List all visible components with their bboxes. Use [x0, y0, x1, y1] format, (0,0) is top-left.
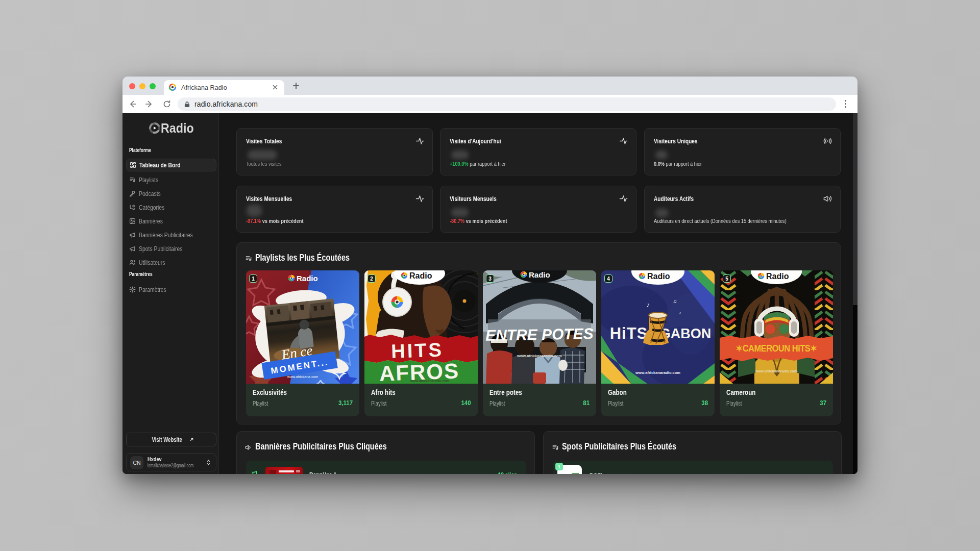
svg-text:✶CAMEROUN HiTS✶: ✶CAMEROUN HiTS✶: [736, 344, 817, 354]
svg-text:Radio: Radio: [766, 272, 789, 281]
svg-text:Radio: Radio: [297, 274, 318, 283]
svg-text:Radio: Radio: [647, 272, 670, 281]
svg-text:www.africkanaradio.com: www.africkanaradio.com: [410, 379, 449, 383]
svg-text:Radio: Radio: [409, 271, 432, 280]
svg-text:ENTRE POTES: ENTRE POTES: [485, 325, 594, 344]
svg-text:HITS: HITS: [391, 339, 444, 362]
svg-text:♪: ♪: [679, 310, 681, 315]
svg-text:Radio: Radio: [529, 270, 550, 279]
svg-text:HiTS: HiTS: [610, 324, 648, 342]
svg-text:♫: ♫: [673, 298, 677, 304]
svg-text:www.africkanaradio.com: www.africkanaradio.com: [755, 369, 797, 373]
svg-text:www.africkanaradio.com: www.africkanaradio.com: [635, 370, 680, 375]
svg-text:www.africkana.com: www.africkana.com: [287, 375, 318, 379]
svg-text:♪: ♪: [646, 300, 650, 309]
svg-text:www.africkanaradio.com: www.africkanaradio.com: [517, 354, 562, 358]
